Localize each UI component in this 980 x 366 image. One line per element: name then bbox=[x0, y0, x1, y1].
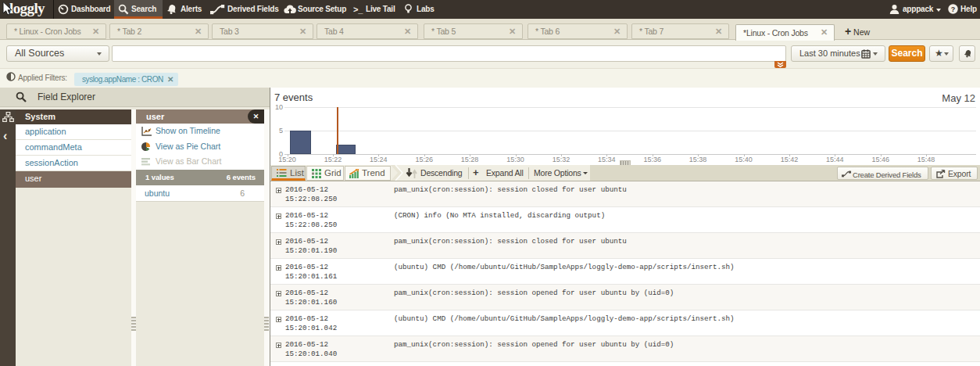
svg-text:?: ? bbox=[951, 5, 956, 13]
